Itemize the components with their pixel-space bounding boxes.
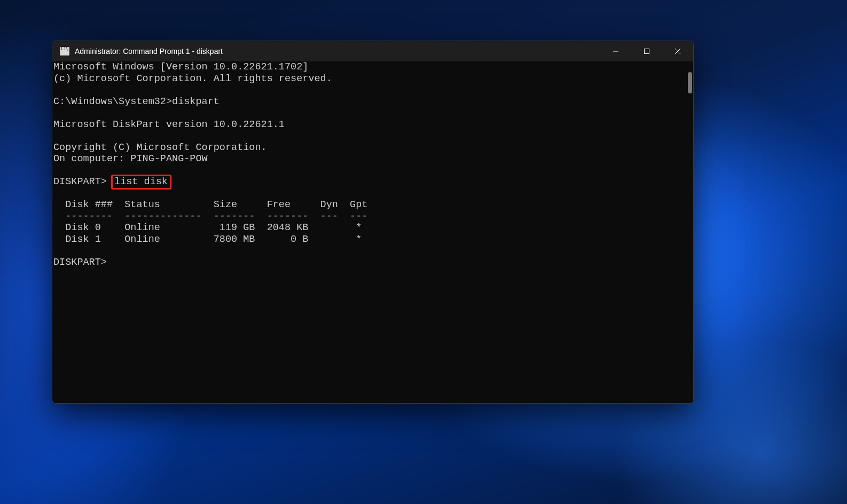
- banner-line-1: Microsoft Windows [Version 10.0.22621.17…: [53, 61, 308, 73]
- maximize-button[interactable]: [631, 41, 662, 61]
- window-controls: [600, 41, 693, 61]
- close-button[interactable]: [662, 41, 693, 61]
- window-titlebar[interactable]: Administrator: Command Prompt 1 - diskpa…: [52, 41, 693, 61]
- cmd-icon: [60, 47, 69, 56]
- disk-table-divider: -------- ------------- ------- ------- -…: [53, 211, 367, 222]
- disk-table-header: Disk ### Status Size Free Dyn Gpt: [53, 199, 367, 210]
- diskpart-copyright: Copyright (C) Microsoft Corporation.: [53, 142, 267, 153]
- diskpart-prompt-2: DISKPART>: [53, 257, 107, 268]
- shell-prompt-1: C:\Windows\System32>: [53, 96, 172, 107]
- diskpart-prompt-1: DISKPART>: [53, 176, 107, 187]
- diskpart-banner: Microsoft DiskPart version 10.0.22621.1: [53, 119, 285, 130]
- terminal-output[interactable]: Microsoft Windows [Version 10.0.22621.17…: [52, 61, 693, 403]
- svg-rect-1: [645, 49, 649, 54]
- disk-table-row-1: Disk 1 Online 7800 MB 0 B *: [53, 234, 362, 245]
- highlighted-command: list disk: [111, 175, 171, 190]
- banner-line-2: (c) Microsoft Corporation. All rights re…: [53, 73, 332, 84]
- diskpart-command: list disk: [114, 176, 168, 187]
- computer-line-prefix: On computer:: [53, 153, 130, 164]
- computer-name: PING-PANG-POW: [130, 153, 207, 164]
- minimize-icon: [613, 48, 619, 54]
- disk-table-row-0: Disk 0 Online 119 GB 2048 KB *: [53, 222, 362, 233]
- close-icon: [675, 48, 681, 54]
- shell-command-1: diskpart: [172, 96, 219, 107]
- window-title: Administrator: Command Prompt 1 - diskpa…: [75, 47, 223, 56]
- command-prompt-window: Administrator: Command Prompt 1 - diskpa…: [52, 41, 694, 404]
- scrollbar-thumb[interactable]: [688, 72, 692, 93]
- maximize-icon: [644, 48, 650, 54]
- scrollbar-track[interactable]: [686, 61, 693, 403]
- minimize-button[interactable]: [600, 41, 631, 61]
